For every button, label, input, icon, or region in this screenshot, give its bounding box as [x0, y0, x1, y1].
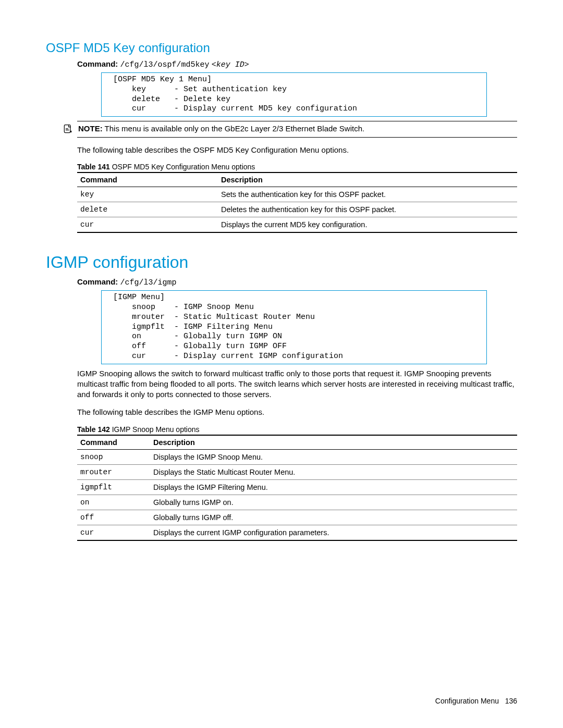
note-rule-bottom	[77, 137, 517, 138]
table-tag: Table 142	[77, 425, 110, 434]
cell-cmd: key	[77, 187, 218, 202]
table-row: mrouterDisplays the Static Multicast Rou…	[77, 464, 517, 479]
code-block-ospf: [OSPF MD5 Key 1 Menu] key - Set authenti…	[101, 72, 487, 117]
para-igmp-desc: IGMP Snooping allows the switch to forwa…	[77, 368, 517, 400]
table-row: offGlobally turns IGMP off.	[77, 510, 517, 525]
cell-cmd: cur	[77, 217, 218, 233]
command-value: /cfg/l3/igmp	[120, 278, 177, 287]
footer-label: Configuration Menu	[435, 697, 499, 705]
command-line-ospf: Command: /cfg/l3/ospf/md5key <key ID>	[77, 59, 517, 69]
footer-page: 136	[505, 697, 517, 705]
table-igmp: Command Description snoopDisplays the IG…	[77, 435, 517, 541]
command-value: /cfg/l3/ospf/md5key	[120, 60, 210, 69]
cell-desc: Sets the authentication key for this OSP…	[218, 187, 517, 202]
cell-cmd: mrouter	[77, 464, 150, 479]
para-ospf-intro: The following table describes the OSPF M…	[77, 145, 517, 155]
table-caption-142: Table 142 IGMP Snoop Menu options	[77, 425, 517, 434]
table-row: curDisplays the current MD5 key configur…	[77, 217, 517, 233]
page-footer: Configuration Menu 136	[435, 697, 517, 705]
note-label: NOTE:	[78, 124, 103, 133]
para-igmp-intro: The following table describes the IGMP M…	[77, 407, 517, 417]
table-caption-141: Table 141 OSPF MD5 Key Configuration Men…	[77, 163, 517, 171]
th-command: Command	[77, 172, 218, 187]
note-icon	[63, 124, 73, 134]
th-command: Command	[77, 435, 150, 450]
heading-ospf-md5: OSPF MD5 Key configuration	[46, 41, 517, 55]
code-block-igmp: [IGMP Menu] snoop - IGMP Snoop Menu mrou…	[101, 290, 487, 364]
table-row: snoopDisplays the IGMP Snoop Menu.	[77, 449, 517, 464]
table-title: OSPF MD5 Key Configuration Menu options	[110, 163, 255, 171]
heading-igmp: IGMP configuration	[46, 253, 517, 272]
table-tag: Table 141	[77, 163, 110, 171]
cell-desc: Deletes the authentication key for this …	[218, 202, 517, 217]
command-args: <key ID>	[212, 60, 249, 69]
note-row: NOTE: This menu is available only on the…	[63, 124, 517, 134]
table-row: keySets the authentication key for this …	[77, 187, 517, 202]
command-label: Command:	[77, 59, 118, 68]
cell-desc: Globally turns IGMP off.	[150, 510, 517, 525]
th-description: Description	[150, 435, 517, 450]
command-line-igmp: Command: /cfg/l3/igmp	[77, 277, 517, 287]
note-rule-top	[77, 121, 517, 121]
cell-cmd: delete	[77, 202, 218, 217]
cell-desc: Displays the current MD5 key configurati…	[218, 217, 517, 233]
cell-desc: Displays the current IGMP configuration …	[150, 525, 517, 540]
command-label: Command:	[77, 277, 118, 286]
cell-desc: Displays the Static Multicast Router Men…	[150, 464, 517, 479]
table-title: IGMP Snoop Menu options	[110, 425, 200, 434]
table-row: onGlobally turns IGMP on.	[77, 495, 517, 510]
table-row: curDisplays the current IGMP configurati…	[77, 525, 517, 540]
cell-desc: Displays the IGMP Filtering Menu.	[150, 479, 517, 495]
note-text: This menu is available only on the GbE2c…	[105, 124, 365, 133]
th-description: Description	[218, 172, 517, 187]
cell-desc: Displays the IGMP Snoop Menu.	[150, 449, 517, 464]
table-row: igmpfltDisplays the IGMP Filtering Menu.	[77, 479, 517, 495]
cell-cmd: snoop	[77, 449, 150, 464]
cell-cmd: igmpflt	[77, 479, 150, 495]
table-row: deleteDeletes the authentication key for…	[77, 202, 517, 217]
cell-cmd: on	[77, 495, 150, 510]
table-ospf-md5: Command Description keySets the authenti…	[77, 172, 517, 233]
cell-cmd: off	[77, 510, 150, 525]
cell-desc: Globally turns IGMP on.	[150, 495, 517, 510]
cell-cmd: cur	[77, 525, 150, 540]
